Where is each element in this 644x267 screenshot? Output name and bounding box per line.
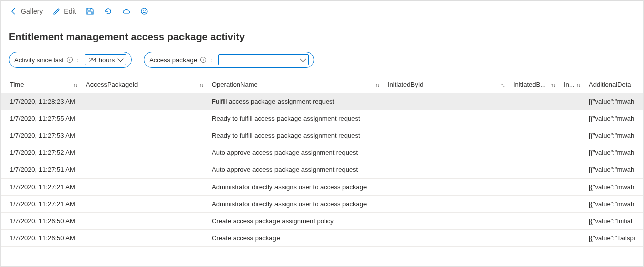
smiley-icon — [140, 7, 148, 15]
cell-op: Create access package — [207, 230, 383, 247]
cell-add: [{"value":"mwah — [584, 93, 643, 110]
cell-add: [{"value":"Initial — [584, 213, 643, 230]
table-row[interactable]: 1/7/2020, 11:27:55 AMReady to fulfill ac… — [1, 110, 643, 127]
table-row[interactable]: 1/7/2020, 11:27:51 AMAuto approve access… — [1, 161, 643, 179]
svg-point-1 — [143, 10, 144, 11]
cell-op: Auto approve access package assignment r… — [207, 144, 383, 161]
col-time[interactable]: Time↑↓ — [1, 77, 81, 93]
cell-bytype — [508, 230, 559, 247]
cell-byid — [383, 127, 508, 144]
cell-add: [{"value":"mwah — [584, 179, 643, 196]
sort-icon[interactable]: ↑↓ — [501, 82, 504, 88]
cell-time: 1/7/2020, 11:26:50 AM — [1, 230, 81, 247]
refresh-icon — [104, 7, 112, 15]
activity-dropdown[interactable]: 24 hours — [85, 54, 127, 65]
sort-icon[interactable]: ↑↓ — [576, 82, 580, 88]
cell-in — [559, 179, 584, 196]
table-row[interactable]: 1/7/2020, 11:26:50 AMCreate access packa… — [1, 213, 643, 230]
col-operationname[interactable]: OperationName↑↓ — [207, 77, 383, 93]
workbook-panel: Gallery Edit E — [0, 0, 644, 267]
cell-bytype — [508, 127, 559, 144]
cell-byid — [383, 93, 508, 110]
table-row[interactable]: 1/7/2020, 11:28:23 AMFulfill access pack… — [1, 93, 643, 110]
svg-point-2 — [145, 10, 146, 11]
table-row[interactable]: 1/7/2020, 11:26:50 AMCreate access packa… — [1, 230, 643, 247]
cell-add: [{"value":"mwah — [584, 110, 643, 127]
table-row[interactable]: 1/7/2020, 11:27:53 AMReady to fulfill ac… — [1, 127, 643, 144]
cell-op: Administrator directly assigns user to a… — [207, 179, 383, 196]
info-icon[interactable]: i — [200, 57, 206, 63]
cell-time: 1/7/2020, 11:27:51 AM — [1, 161, 81, 179]
share-button[interactable] — [119, 5, 133, 17]
cell-add: [{"value":"Tailspi — [584, 230, 643, 247]
refresh-button[interactable] — [101, 5, 115, 17]
colon: : — [76, 56, 80, 64]
cell-in — [559, 161, 584, 179]
cell-op: Ready to fulfill access package assignme… — [207, 127, 383, 144]
table-row[interactable]: 1/7/2020, 11:27:21 AMAdministrator direc… — [1, 179, 643, 196]
cell-add: [{"value":"mwah — [584, 196, 643, 213]
results-table: Time↑↓ AccessPackageId↑↓ OperationName↑↓… — [1, 77, 643, 247]
cell-byid — [383, 179, 508, 196]
divider — [2, 22, 642, 22]
col-accesspackageid[interactable]: AccessPackageId↑↓ — [81, 77, 207, 93]
sort-icon[interactable]: ↑↓ — [199, 82, 203, 88]
cell-op: Fulfill access package assignment reques… — [207, 93, 383, 110]
cell-pkg — [81, 110, 207, 127]
svg-point-0 — [141, 8, 147, 14]
cell-bytype — [508, 110, 559, 127]
activity-since-filter[interactable]: Activity since last i : 24 hours — [9, 52, 132, 68]
cell-pkg — [81, 161, 207, 179]
cell-in — [559, 110, 584, 127]
cell-op: Administrator directly assigns user to a… — [207, 196, 383, 213]
cell-byid — [383, 161, 508, 179]
cell-byid — [383, 230, 508, 247]
cell-in — [559, 93, 584, 110]
feedback-button[interactable] — [137, 5, 151, 17]
edit-button[interactable]: Edit — [50, 5, 79, 17]
package-dropdown[interactable] — [218, 54, 309, 65]
info-icon[interactable]: i — [67, 57, 73, 63]
save-icon — [86, 7, 94, 15]
edit-label: Edit — [64, 7, 76, 15]
sort-icon[interactable]: ↑↓ — [551, 82, 555, 88]
cell-time: 1/7/2020, 11:27:21 AM — [1, 196, 81, 213]
header-row: Time↑↓ AccessPackageId↑↓ OperationName↑↓… — [1, 77, 643, 93]
cell-in — [559, 213, 584, 230]
cell-pkg — [81, 213, 207, 230]
cell-bytype — [508, 196, 559, 213]
pencil-icon — [53, 7, 61, 15]
col-additionaldetails[interactable]: AdditionalDeta — [584, 77, 643, 93]
activity-value: 24 hours — [89, 56, 115, 64]
col-initiatedbytype[interactable]: InitiatedB...↑↓ — [508, 77, 559, 93]
package-label: Access package — [149, 56, 197, 64]
cell-time: 1/7/2020, 11:26:50 AM — [1, 213, 81, 230]
access-package-filter[interactable]: Access package i : — [144, 52, 314, 68]
cell-op: Ready to fulfill access package assignme… — [207, 110, 383, 127]
cell-add: [{"value":"mwah — [584, 144, 643, 161]
col-initiatedbyid[interactable]: InitiatedById↑↓ — [383, 77, 508, 93]
cell-time: 1/7/2020, 11:27:21 AM — [1, 179, 81, 196]
cell-byid — [383, 213, 508, 230]
cell-bytype — [508, 144, 559, 161]
col-in[interactable]: In...↑↓ — [559, 77, 584, 93]
cell-pkg — [81, 179, 207, 196]
table-row[interactable]: 1/7/2020, 11:27:52 AMAuto approve access… — [1, 144, 643, 161]
cell-byid — [383, 110, 508, 127]
toolbar: Gallery Edit — [1, 1, 643, 22]
cell-pkg — [81, 196, 207, 213]
cell-bytype — [508, 93, 559, 110]
sort-icon[interactable]: ↑↓ — [73, 82, 77, 88]
sort-icon[interactable]: ↑↓ — [375, 82, 379, 88]
cloud-icon — [122, 7, 130, 15]
cell-time: 1/7/2020, 11:27:55 AM — [1, 110, 81, 127]
gallery-button[interactable]: Gallery — [7, 5, 46, 17]
save-button[interactable] — [83, 5, 97, 17]
cell-in — [559, 230, 584, 247]
cell-in — [559, 196, 584, 213]
cell-pkg — [81, 127, 207, 144]
cell-add: [{"value":"mwah — [584, 161, 643, 179]
table-row[interactable]: 1/7/2020, 11:27:21 AMAdministrator direc… — [1, 196, 643, 213]
cell-time: 1/7/2020, 11:27:52 AM — [1, 144, 81, 161]
filter-bar: Activity since last i : 24 hours Access … — [1, 52, 643, 77]
